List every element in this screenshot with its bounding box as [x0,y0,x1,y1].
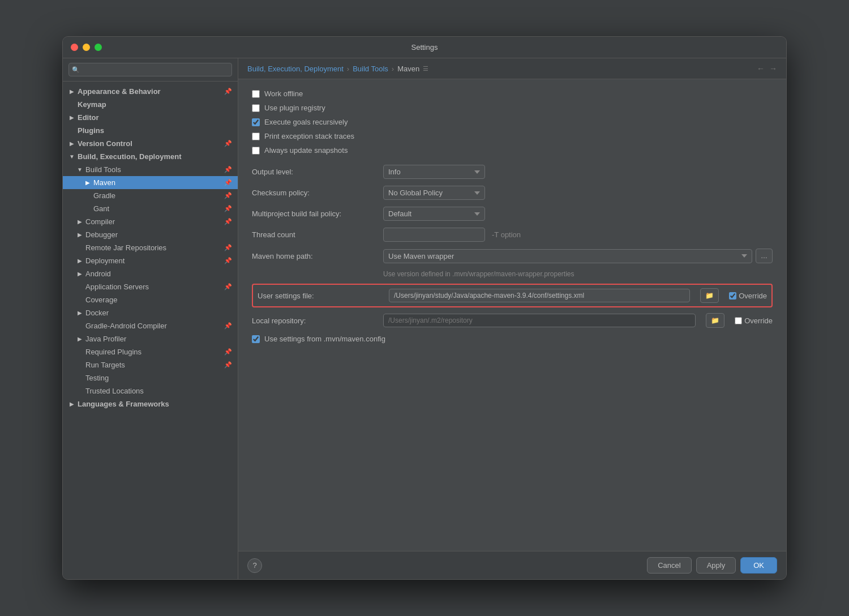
breadcrumb-link-build[interactable]: Build, Execution, Deployment [247,65,344,73]
local-repo-override-checkbox[interactable] [735,317,742,324]
sidebar-tree: ▶ Appearance & Behavior 📌 Keymap ▶ Edito… [63,82,238,579]
chevron-right-icon: ▶ [68,88,75,95]
user-settings-browse-button[interactable]: 📁 [700,288,719,303]
nav-forward-button[interactable]: → [769,64,777,73]
sidebar-item-compiler[interactable]: ▶ Compiler 📌 [63,215,238,228]
sidebar-label: Testing [85,374,232,382]
nav-arrows: ← → [757,64,777,73]
sidebar-label: Required Plugins [85,348,222,356]
sidebar-item-keymap[interactable]: Keymap [63,98,238,111]
help-button[interactable]: ? [247,558,262,573]
chevron-down-icon: ▼ [68,153,75,160]
thread-count-input[interactable] [383,228,485,242]
close-button[interactable] [71,44,78,51]
local-repo-path-input[interactable] [383,314,696,327]
minimize-button[interactable] [83,44,90,51]
work-offline-row: Work offline [252,89,773,98]
maven-home-browse-button[interactable]: … [756,249,773,263]
work-offline-label: Work offline [264,89,303,98]
sidebar-item-appearance[interactable]: ▶ Appearance & Behavior 📌 [63,85,238,98]
sidebar-item-debugger[interactable]: ▶ Debugger [63,228,238,241]
sidebar-label: Keymap [78,100,232,109]
use-settings-checkbox[interactable] [252,335,260,343]
breadcrumb: Build, Execution, Deployment › Build Too… [247,65,428,73]
sidebar-label: Java Profiler [85,335,232,343]
sidebar-item-testing[interactable]: Testing [63,371,238,384]
pin-icon: 📌 [224,348,232,356]
sidebar-item-maven[interactable]: ▶ Maven 📌 [63,176,238,189]
sidebar-item-remote-jar[interactable]: Remote Jar Repositories 📌 [63,241,238,254]
print-exception-checkbox[interactable] [252,132,260,140]
nav-back-button[interactable]: ← [757,64,765,73]
multiproject-policy-row: Multiproject build fail policy: Default … [252,207,773,221]
local-repo-browse-button[interactable]: 📁 [706,313,724,328]
settings-window: Settings 🔍 ▶ Appearance & Behavior 📌 [62,36,787,580]
apply-button[interactable]: Apply [696,557,736,574]
pin-icon: 📌 [224,283,232,290]
user-settings-row: User settings file: 📁 Override [252,284,773,307]
sidebar-item-docker[interactable]: ▶ Docker [63,306,238,319]
sidebar-item-version-control[interactable]: ▶ Version Control 📌 [63,137,238,150]
sidebar-label: Trusted Locations [85,387,232,395]
sidebar-label: Gant [93,204,222,213]
pin-icon: 📌 [224,244,232,251]
pin-icon: 📌 [224,179,232,186]
output-level-select[interactable]: Info Verbose Debug Warn Error [383,165,485,179]
sidebar-item-trusted-locations[interactable]: Trusted Locations [63,384,238,397]
chevron-right-icon: ▶ [76,336,83,342]
user-settings-path-input[interactable] [389,289,690,302]
sidebar-item-languages[interactable]: ▶ Languages & Frameworks [63,397,238,410]
pin-icon: 📌 [224,361,232,369]
maven-home-select[interactable]: Use Maven wrapper [383,249,752,263]
sidebar-item-android[interactable]: ▶ Android [63,267,238,280]
maven-wrapper-hint: Use version defined in .mvn/wrapper/mave… [383,270,773,278]
sidebar-item-coverage[interactable]: Coverage [63,293,238,306]
breadcrumb-menu-icon[interactable]: ☰ [423,65,428,72]
sidebar-item-required-plugins[interactable]: Required Plugins 📌 [63,345,238,358]
sidebar-label: Plugins [78,126,232,135]
print-exception-label: Print exception stack traces [264,132,354,140]
maximize-button[interactable] [95,44,102,51]
pin-icon: 📌 [224,322,232,330]
sidebar-item-plugins[interactable]: Plugins [63,124,238,137]
print-exception-row: Print exception stack traces [252,132,773,140]
search-input[interactable] [68,63,232,76]
sidebar-item-gant[interactable]: Gant 📌 [63,202,238,215]
execute-goals-checkbox[interactable] [252,118,260,126]
title-bar: Settings [63,37,786,58]
execute-goals-row: Execute goals recursively [252,118,773,126]
search-icon: 🔍 [72,66,80,74]
user-settings-override-checkbox[interactable] [729,292,736,300]
breadcrumb-link-tools[interactable]: Build Tools [353,65,388,73]
sidebar-item-build-tools[interactable]: ▼ Build Tools 📌 [63,163,238,176]
sidebar-item-app-servers[interactable]: Application Servers 📌 [63,280,238,293]
user-settings-override-label: Override [739,292,767,300]
output-level-label: Output level: [252,168,376,176]
multiproject-policy-select[interactable]: Default Never After Failures At End Alwa… [383,207,485,221]
always-update-checkbox[interactable] [252,147,260,155]
chevron-right-icon: ▶ [68,140,75,147]
chevron-right-icon: ▶ [68,401,75,407]
sidebar-item-run-targets[interactable]: Run Targets 📌 [63,358,238,371]
right-panel: Build, Execution, Deployment › Build Too… [238,58,786,579]
chevron-right-icon: ▶ [68,114,75,121]
use-plugin-registry-checkbox[interactable] [252,104,260,112]
sidebar-item-gradle[interactable]: Gradle 📌 [63,189,238,202]
search-wrapper: 🔍 [68,63,232,76]
checksum-policy-select[interactable]: No Global Policy Fail Warn [383,186,485,200]
ok-button[interactable]: OK [740,557,777,574]
use-settings-label: Use settings from .mvn/maven.config [264,335,385,343]
sidebar-item-java-profiler[interactable]: ▶ Java Profiler [63,332,238,345]
always-update-row: Always update snapshots [252,146,773,155]
sidebar-item-build-exec-deploy[interactable]: ▼ Build, Execution, Deployment [63,150,238,163]
sidebar-item-gradle-android[interactable]: Gradle-Android Compiler 📌 [63,319,238,332]
work-offline-checkbox[interactable] [252,90,260,98]
cancel-button[interactable]: Cancel [647,557,691,574]
always-update-label: Always update snapshots [264,146,348,155]
sidebar-label: Application Servers [85,283,222,291]
sidebar-item-deployment[interactable]: ▶ Deployment 📌 [63,254,238,267]
sidebar-item-editor[interactable]: ▶ Editor [63,111,238,124]
local-repo-override: Override [735,316,773,325]
pin-icon: 📌 [224,192,232,199]
chevron-right-icon: ▶ [76,219,83,225]
